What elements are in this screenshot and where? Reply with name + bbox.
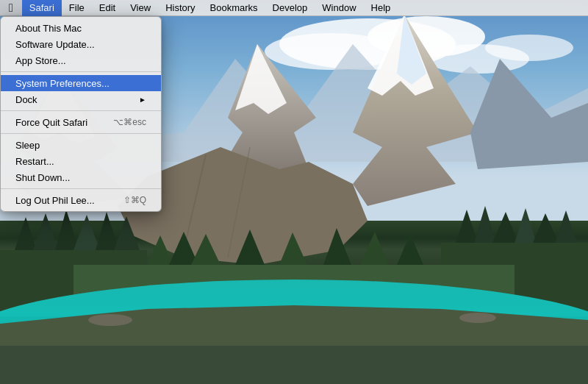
- logout-shortcut: ⇧⌘Q: [123, 195, 146, 205]
- separator-4: [1, 188, 161, 189]
- dock-submenu-arrow: ►: [139, 96, 146, 104]
- menu-shutdown[interactable]: Shut Down...: [1, 169, 161, 185]
- menu-software-update[interactable]: Software Update...: [1, 36, 161, 52]
- separator-2: [1, 110, 161, 111]
- menu-restart[interactable]: Restart...: [1, 153, 161, 169]
- menu-app-store[interactable]: App Store...: [1, 52, 161, 68]
- apple-menu-dropdown: About This Mac Software Update... App St…: [0, 16, 162, 212]
- svg-point-50: [459, 313, 496, 323]
- menubar-file[interactable]: File: [62, 0, 92, 16]
- menu-sleep[interactable]: Sleep: [1, 137, 161, 153]
- menubar-develop[interactable]: Develop: [265, 0, 315, 16]
- menubar:  Safari File Edit View History Bookmark…: [0, 0, 588, 16]
- separator-3: [1, 133, 161, 134]
- separator-1: [1, 71, 161, 72]
- svg-point-5: [485, 35, 573, 61]
- menubar-view[interactable]: View: [123, 0, 158, 16]
- menubar-window[interactable]: Window: [315, 0, 363, 16]
- menu-system-preferences[interactable]: System Preferences...: [1, 75, 161, 91]
- svg-marker-40: [397, 234, 423, 265]
- menu-dock[interactable]: Dock ►: [1, 91, 161, 107]
- force-quit-shortcut: ⌥⌘esc: [113, 117, 146, 127]
- menu-about-mac[interactable]: About This Mac: [1, 20, 161, 36]
- svg-point-3: [265, 33, 397, 70]
- menubar-help[interactable]: Help: [364, 0, 398, 16]
- menubar-safari[interactable]: Safari: [22, 0, 62, 16]
- menubar-bookmarks[interactable]: Bookmarks: [203, 0, 265, 16]
- menubar-edit[interactable]: Edit: [92, 0, 123, 16]
- svg-point-49: [88, 314, 132, 326]
- menu-force-quit[interactable]: Force Quit Safari ⌥⌘esc: [1, 114, 161, 130]
- svg-rect-51: [0, 346, 588, 384]
- apple-menu-button[interactable]: : [0, 0, 22, 16]
- svg-marker-39: [360, 232, 388, 265]
- menu-logout[interactable]: Log Out Phil Lee... ⇧⌘Q: [1, 192, 161, 208]
- menubar-history[interactable]: History: [158, 0, 202, 16]
- svg-marker-19: [15, 217, 37, 250]
